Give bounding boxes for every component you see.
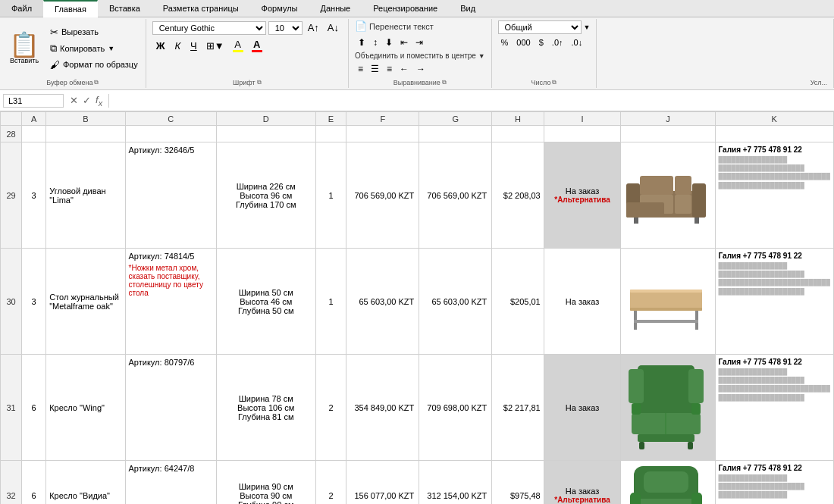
col-header-h[interactable]: H <box>492 112 544 126</box>
col-header-j[interactable]: J <box>621 112 715 126</box>
align-middle-button[interactable]: ↕ <box>370 36 381 49</box>
cell-reference-input[interactable] <box>3 94 64 108</box>
tab-file[interactable]: Файл <box>0 0 43 17</box>
copy-dropdown-icon[interactable]: ▼ <box>108 45 114 52</box>
tab-insert[interactable]: Вставка <box>98 0 152 17</box>
cell-31-a[interactable]: 6 <box>22 355 46 461</box>
formula-input[interactable] <box>112 96 831 105</box>
col-header-f[interactable]: F <box>346 112 419 126</box>
align-bottom-button[interactable]: ⬇ <box>382 36 396 49</box>
cell-30-c[interactable]: Артикул: 74814/5 *Ножки метал хром, сказ… <box>125 249 216 355</box>
italic-button[interactable]: К <box>171 39 184 53</box>
thousands-button[interactable]: 000 <box>513 36 533 49</box>
cell-30-f[interactable]: 65 603,00 KZT <box>346 249 419 355</box>
formula-cancel-button[interactable]: ✕ <box>70 95 78 106</box>
indent-increase-button[interactable]: ⇥ <box>412 36 426 49</box>
cell-30-e[interactable]: 1 <box>315 249 346 355</box>
increase-font-button[interactable]: A↑ <box>305 20 322 35</box>
col-header-d[interactable]: D <box>216 112 315 126</box>
cell-30-g[interactable]: 65 603,00 KZT <box>419 249 492 355</box>
font-color-btn[interactable]: A <box>249 37 265 54</box>
cut-button[interactable]: ✂ Вырезать <box>47 25 141 39</box>
font-name-select[interactable]: Century Gothic Arial Calibri <box>152 21 266 35</box>
cell-31-g[interactable]: 709 698,00 KZT <box>419 355 492 461</box>
bold-button[interactable]: Ж <box>152 39 169 53</box>
cell-29-f[interactable]: 706 569,00 KZT <box>346 142 419 249</box>
cell-31-h[interactable]: $2 217,81 <box>492 355 544 461</box>
cell-30-i[interactable]: На заказ <box>544 249 621 355</box>
decrease-decimal-button[interactable]: .0↓ <box>569 36 586 49</box>
format-painter-button[interactable]: 🖌 Формат по образцу <box>47 58 141 72</box>
increase-decimal-button[interactable]: .0↑ <box>549 36 566 49</box>
cell-32-f[interactable]: 156 077,00 KZT <box>346 461 419 505</box>
tab-review[interactable]: Рецензирование <box>362 0 449 17</box>
row-header-28[interactable]: 28 <box>1 126 22 142</box>
font-size-select[interactable]: 10 8 11 12 <box>268 21 303 35</box>
cell-28-b[interactable] <box>46 126 125 142</box>
paste-button[interactable]: 📋 Вставить <box>5 30 44 67</box>
cell-28-d[interactable] <box>216 126 315 142</box>
formula-confirm-button[interactable]: ✓ <box>83 95 91 106</box>
cell-32-d[interactable]: Ширина 90 смВысота 90 смГлубина 90 см <box>216 461 315 505</box>
cell-29-i[interactable]: На заказ *Альтернатива <box>544 142 621 249</box>
cell-29-b[interactable]: Угловой диван "Lima" <box>46 142 125 249</box>
cell-32-g[interactable]: 312 154,00 KZT <box>419 461 492 505</box>
cell-29-g[interactable]: 706 569,00 KZT <box>419 142 492 249</box>
cell-32-k[interactable]: Галия +7 775 478 91 22 ████████████████ … <box>715 461 833 505</box>
underline-button[interactable]: Ч <box>187 39 201 53</box>
number-dropdown-icon[interactable]: ▼ <box>584 23 591 31</box>
ltr-button[interactable]: → <box>413 62 428 76</box>
cell-29-j[interactable] <box>621 142 715 249</box>
cell-29-k[interactable]: Галия +7 775 478 91 22 ████████████████ … <box>715 142 833 249</box>
cell-29-e[interactable]: 1 <box>315 142 346 249</box>
cell-28-i[interactable] <box>544 126 621 142</box>
row-header-32[interactable]: 32 <box>1 461 22 505</box>
align-right-button[interactable]: ≡ <box>384 62 395 76</box>
cell-32-e[interactable]: 2 <box>315 461 346 505</box>
cell-31-d[interactable]: Ширина 78 смВысота 106 смГлубина 81 см <box>216 355 315 461</box>
cell-28-g[interactable] <box>419 126 492 142</box>
cell-31-c[interactable]: Артикул: 80797/6 <box>125 355 216 461</box>
cell-28-a[interactable] <box>22 126 46 142</box>
align-center-button[interactable]: ☰ <box>368 62 382 76</box>
alignment-expand-icon[interactable]: ⧉ <box>442 79 447 86</box>
number-expand-icon[interactable]: ⧉ <box>552 79 557 86</box>
cell-32-h[interactable]: $975,48 <box>492 461 544 505</box>
decrease-font-button[interactable]: A↓ <box>325 20 342 35</box>
align-top-button[interactable]: ⬆ <box>355 36 368 49</box>
cell-31-k[interactable]: Галия +7 775 478 91 22 ████████████████ … <box>715 355 833 461</box>
row-header-29[interactable]: 29 <box>1 142 22 249</box>
percent-button[interactable]: % <box>498 36 512 49</box>
cell-32-b[interactable]: Кресло "Видиа" <box>46 461 125 505</box>
tab-view[interactable]: Вид <box>449 0 487 17</box>
col-header-c[interactable]: C <box>125 112 216 126</box>
cell-32-j[interactable] <box>621 461 715 505</box>
cell-30-d[interactable]: Ширина 50 смВысота 46 смГлубина 50 см <box>216 249 315 355</box>
formula-function-button[interactable]: fx <box>96 94 102 108</box>
cell-31-f[interactable]: 354 849,00 KZT <box>346 355 419 461</box>
col-header-a[interactable]: A <box>22 112 46 126</box>
cell-29-a[interactable]: 3 <box>22 142 46 249</box>
row-header-31[interactable]: 31 <box>1 355 22 461</box>
cell-32-i[interactable]: На заказ *Альтернатива <box>544 461 621 505</box>
col-header-i[interactable]: I <box>544 112 621 126</box>
tab-data[interactable]: Данные <box>309 0 362 17</box>
cell-30-k[interactable]: Галия +7 775 478 91 22 ████████████████ … <box>715 249 833 355</box>
cell-28-k[interactable] <box>715 126 833 142</box>
merge-dropdown-icon[interactable]: ▼ <box>478 52 485 60</box>
tab-layout[interactable]: Разметка страницы <box>152 0 250 17</box>
cell-28-f[interactable] <box>346 126 419 142</box>
font-border-btn[interactable]: ⊞▼ <box>203 39 227 53</box>
clipboard-expand-icon[interactable]: ⧉ <box>94 79 99 86</box>
cell-29-c[interactable]: Артикул: 32646/5 <box>125 142 216 249</box>
cell-32-c[interactable]: Артикул: 64247/8 <box>125 461 216 505</box>
cell-31-j[interactable] <box>621 355 715 461</box>
align-left-button[interactable]: ≡ <box>355 62 366 76</box>
cell-30-j[interactable] <box>621 249 715 355</box>
col-header-e[interactable]: E <box>315 112 346 126</box>
cell-30-h[interactable]: $205,01 <box>492 249 544 355</box>
col-header-b[interactable]: B <box>46 112 125 126</box>
indent-decrease-button[interactable]: ⇤ <box>397 36 411 49</box>
copy-button[interactable]: ⧉ Копировать ▼ <box>47 41 141 56</box>
cell-28-e[interactable] <box>315 126 346 142</box>
